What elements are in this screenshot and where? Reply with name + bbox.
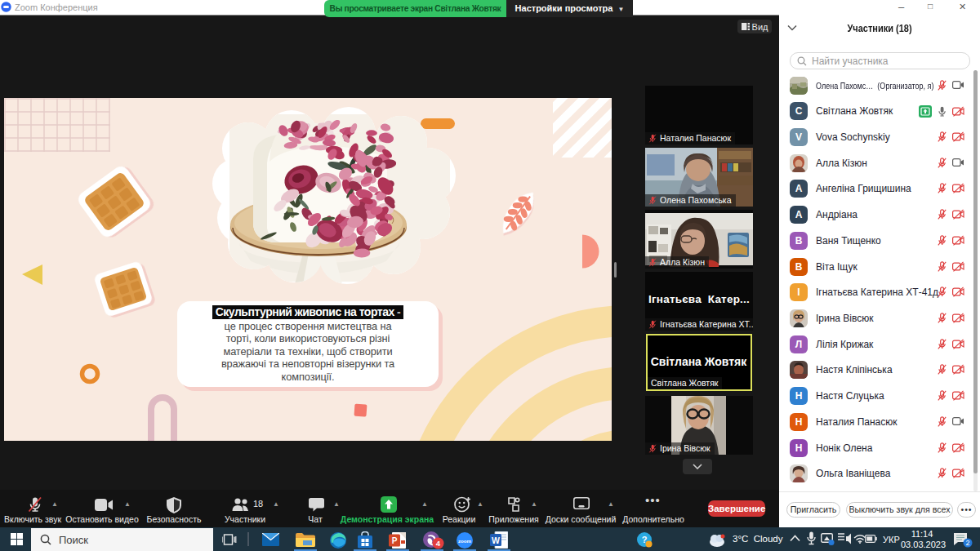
- svg-text:P: P: [392, 536, 398, 545]
- svg-text:W: W: [492, 535, 500, 545]
- svg-text:zoom: zoom: [458, 538, 472, 544]
- svg-text:2: 2: [965, 539, 969, 547]
- svg-text:4: 4: [436, 539, 441, 548]
